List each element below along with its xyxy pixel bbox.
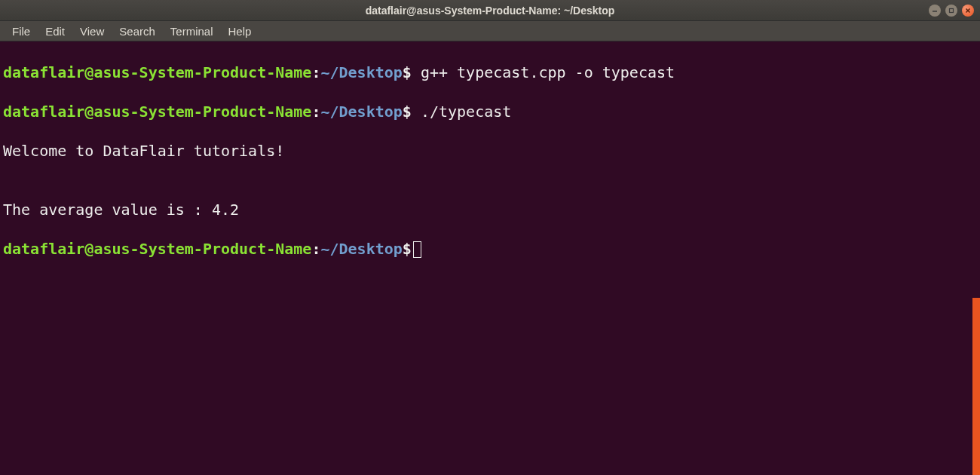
output-line: Welcome to DataFlair tutorials! bbox=[3, 141, 977, 161]
prompt-dollar: $ bbox=[403, 63, 412, 81]
prompt-path: ~/Desktop bbox=[320, 240, 402, 258]
close-button[interactable] bbox=[962, 5, 974, 17]
output-line: The average value is : 4.2 bbox=[3, 200, 977, 219]
prompt-user: dataflair@asus-System-Product-Name bbox=[3, 240, 311, 258]
menu-help[interactable]: Help bbox=[221, 23, 259, 40]
prompt-colon: : bbox=[311, 240, 320, 258]
window-title: dataflair@asus-System-Product-Name: ~/De… bbox=[366, 5, 615, 17]
prompt-user: dataflair@asus-System-Product-Name bbox=[3, 103, 311, 121]
command-text: g++ typecast.cpp -o typecast bbox=[412, 63, 675, 81]
command-text: ./typecast bbox=[412, 103, 511, 121]
menubar: File Edit View Search Terminal Help bbox=[0, 21, 980, 41]
prompt-user: dataflair@asus-System-Product-Name bbox=[3, 63, 311, 81]
prompt-dollar: $ bbox=[403, 103, 412, 121]
menu-view[interactable]: View bbox=[72, 23, 112, 40]
terminal-line: dataflair@asus-System-Product-Name:~/Des… bbox=[3, 102, 977, 121]
maximize-button[interactable] bbox=[945, 5, 957, 17]
maximize-icon bbox=[948, 8, 954, 14]
prompt-colon: : bbox=[311, 103, 320, 121]
menu-file[interactable]: File bbox=[5, 23, 38, 40]
minimize-button[interactable] bbox=[929, 5, 941, 17]
prompt-colon: : bbox=[311, 63, 320, 81]
menu-search[interactable]: Search bbox=[112, 23, 163, 40]
svg-rect-1 bbox=[950, 8, 954, 12]
prompt-path: ~/Desktop bbox=[320, 63, 402, 81]
prompt-path: ~/Desktop bbox=[320, 103, 402, 121]
minimize-icon bbox=[932, 8, 938, 14]
menu-terminal[interactable]: Terminal bbox=[163, 23, 221, 40]
terminal-line: dataflair@asus-System-Product-Name:~/Des… bbox=[3, 63, 977, 82]
menu-edit[interactable]: Edit bbox=[38, 23, 72, 40]
terminal-area[interactable]: dataflair@asus-System-Product-Name:~/Des… bbox=[0, 41, 980, 475]
titlebar[interactable]: dataflair@asus-System-Product-Name: ~/De… bbox=[0, 0, 980, 21]
window-controls bbox=[929, 5, 974, 17]
terminal-line: dataflair@asus-System-Product-Name:~/Des… bbox=[3, 239, 977, 259]
prompt-dollar: $ bbox=[403, 240, 412, 258]
scrollbar[interactable] bbox=[972, 298, 980, 475]
terminal-window: dataflair@asus-System-Product-Name: ~/De… bbox=[0, 0, 980, 475]
cursor-icon bbox=[413, 241, 421, 258]
close-icon bbox=[965, 8, 971, 14]
